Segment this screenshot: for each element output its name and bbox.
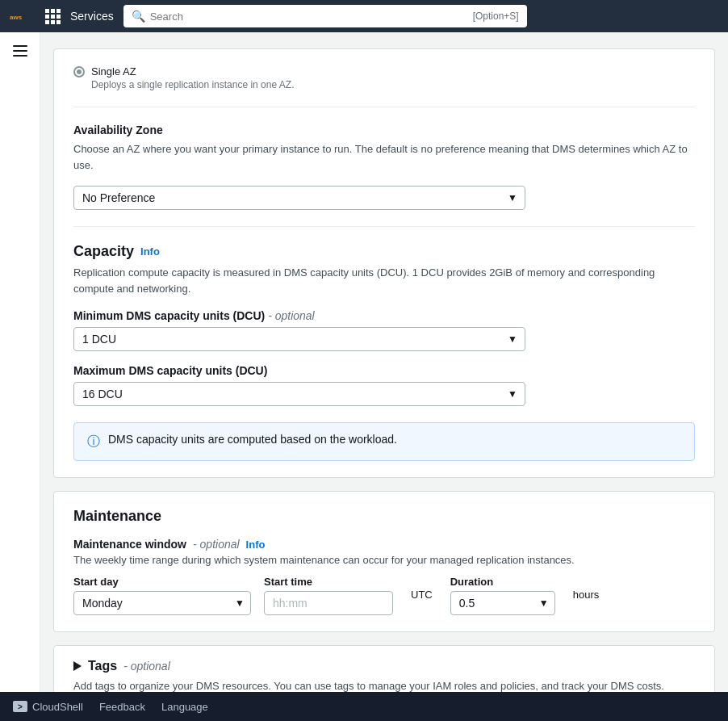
start-time-label: Start time [264,576,393,588]
services-label: Services [70,10,114,23]
start-time-field: Start time [264,576,393,615]
az-field-desc: Choose an AZ where you want your primary… [73,141,695,173]
single-az-row: Single AZ Deploys a single replication i… [73,65,695,90]
sidebar-toggle[interactable] [6,39,34,65]
hours-label: hours [573,589,600,602]
start-time-input[interactable] [264,591,393,615]
az-field-label: Availability Zone [73,124,695,136]
svg-rect-2 [13,50,27,52]
cloudshell-label: CloudShell [32,701,83,713]
svg-rect-1 [13,45,27,47]
language-label: Language [161,701,208,713]
capacity-info-box: ⓘ DMS capacity units are computed based … [73,422,695,461]
availability-zone-card: Single AZ Deploys a single replication i… [53,48,715,478]
search-bar[interactable]: 🔍 [Option+S] [123,5,527,27]
single-az-label: Single AZ [91,65,294,78]
info-circle-icon: ⓘ [87,434,100,451]
min-dcu-optional: - optional [268,309,315,322]
start-day-select-wrapper: Monday Tuesday Wednesday Thursday Friday… [73,591,251,615]
tags-heading-text: Tags [88,659,117,673]
aws-logo: aws [10,8,36,24]
min-dcu-label-text: Minimum DMS capacity units (DCU) [73,309,265,322]
search-icon: 🔍 [132,10,145,23]
single-az-desc: Deploys a single replication instance in… [91,79,294,90]
duration-label: Duration [450,576,555,588]
capacity-info-link[interactable]: Info [140,245,160,258]
tags-heading: Tags - optional [73,659,695,673]
info-box-text: DMS capacity units are computed based on… [108,433,397,446]
sidebar [0,32,40,721]
min-dcu-label: Minimum DMS capacity units (DCU) - optio… [73,309,695,322]
cloudshell-icon [13,701,27,712]
single-az-radio[interactable] [73,66,85,78]
min-dcu-select[interactable]: 1 DCU 2 DCU 4 DCU 8 DCU 16 DCU [73,327,525,351]
services-button[interactable]: Services [70,10,114,23]
feedback-item[interactable]: Feedback [99,701,145,713]
tags-optional: - optional [123,660,170,673]
svg-text:aws: aws [10,14,23,21]
window-label-text: Maintenance window [73,538,186,551]
search-hint: [Option+S] [473,10,519,22]
cloudshell-item[interactable]: CloudShell [13,701,83,713]
top-nav: aws Services 🔍 [Option+S] [0,0,728,32]
maintenance-info-link[interactable]: Info [246,539,266,551]
maintenance-window-label: Maintenance window - optional Info [73,538,695,551]
language-item[interactable]: Language [161,701,208,713]
min-dcu-select-wrapper: 1 DCU 2 DCU 4 DCU 8 DCU 16 DCU ▼ [73,327,525,351]
svg-rect-3 [13,55,27,57]
maintenance-card: Maintenance Maintenance window - optiona… [53,491,715,632]
max-dcu-label: Maximum DMS capacity units (DCU) [73,364,695,377]
max-dcu-select-wrapper: 1 DCU 2 DCU 4 DCU 8 DCU 16 DCU 32 DCU ▼ [73,382,525,406]
duration-select[interactable]: 0.5 1 1.5 2 [450,591,555,615]
capacity-desc: Replication compute capacity is measured… [73,265,695,296]
az-select[interactable]: No Preference us-east-1a us-east-1b us-e… [73,186,525,210]
search-input[interactable] [150,10,468,23]
bottom-bar: CloudShell Feedback Language [0,692,728,721]
start-day-label: Start day [73,576,251,588]
tags-collapse-icon[interactable] [73,661,82,671]
capacity-heading: Capacity Info [73,243,695,260]
maintenance-fields: Start day Monday Tuesday Wednesday Thurs… [73,576,695,615]
main-content: Single AZ Deploys a single replication i… [40,32,728,721]
duration-select-wrapper: 0.5 1 1.5 2 ▼ [450,591,555,615]
max-dcu-select[interactable]: 1 DCU 2 DCU 4 DCU 8 DCU 16 DCU 32 DCU [73,382,525,406]
az-select-wrapper: No Preference us-east-1a us-east-1b us-e… [73,186,525,210]
start-day-field: Start day Monday Tuesday Wednesday Thurs… [73,576,251,615]
feedback-label: Feedback [99,701,145,713]
maintenance-heading: Maintenance [73,508,695,525]
capacity-heading-text: Capacity [73,243,134,260]
window-optional-text: - optional [193,538,240,551]
duration-field: Duration 0.5 1 1.5 2 ▼ [450,576,555,615]
maintenance-desc: The weekly time range during which syste… [73,554,695,566]
utc-label: UTC [411,589,433,602]
grid-icon [45,9,61,24]
start-day-select[interactable]: Monday Tuesday Wednesday Thursday Friday… [73,591,251,615]
